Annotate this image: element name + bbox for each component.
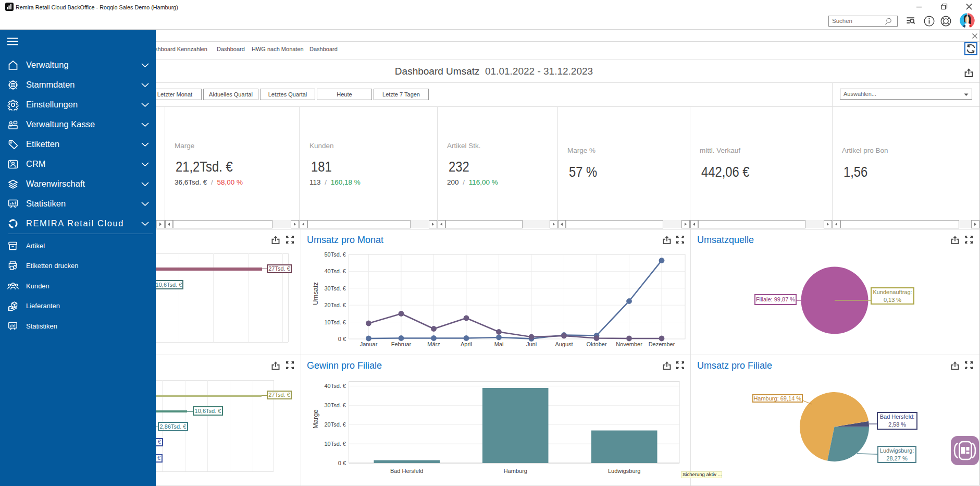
svg-text:10Tsd. €: 10Tsd. € — [324, 319, 346, 325]
svg-text:50Tsd. €: 50Tsd. € — [324, 251, 346, 258]
svg-text:10Tsd. €: 10Tsd. € — [324, 441, 346, 447]
svg-text:20Tsd. €: 20Tsd. € — [324, 421, 346, 428]
svg-text:40Tsd. €: 40Tsd. € — [324, 268, 346, 274]
svg-text:0 €: 0 € — [338, 460, 346, 466]
svg-text:November: November — [616, 341, 642, 347]
svg-text:Februar: Februar — [391, 341, 412, 347]
svg-text:Januar: Januar — [360, 341, 378, 347]
svg-text:Hamburg: Hamburg — [504, 468, 527, 474]
svg-text:April: April — [461, 341, 472, 347]
svg-text:0 €: 0 € — [338, 336, 346, 342]
svg-text:Dezember: Dezember — [649, 341, 675, 347]
svg-text:Oktober: Oktober — [586, 341, 606, 347]
svg-text:März: März — [427, 341, 440, 347]
svg-text:August: August — [555, 341, 573, 347]
svg-text:Bad Hersfeld: Bad Hersfeld — [390, 468, 424, 474]
svg-text:40Tsd. €: 40Tsd. € — [324, 383, 346, 389]
svg-text:30Tsd. €: 30Tsd. € — [324, 285, 346, 291]
svg-text:20Tsd. €: 20Tsd. € — [324, 302, 346, 308]
svg-text:Mai: Mai — [494, 341, 504, 347]
svg-text:30Tsd. €: 30Tsd. € — [324, 402, 346, 408]
svg-text:Ludwigsburg: Ludwigsburg — [608, 468, 640, 474]
svg-text:Juni: Juni — [526, 341, 537, 347]
